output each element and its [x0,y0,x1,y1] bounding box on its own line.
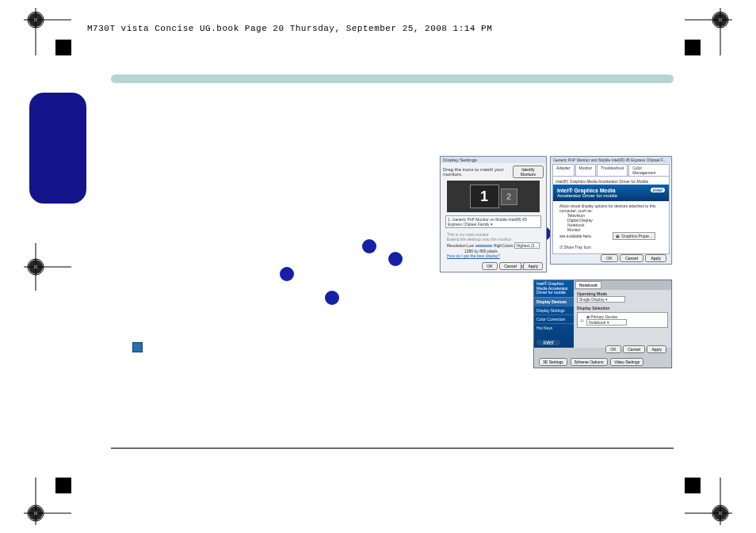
tab-monitor[interactable]: Monitor [575,164,597,176]
display-settings-window: Display Settings Drag the icons to match… [440,156,547,272]
tray-checkbox[interactable]: ☑ [559,245,563,249]
device-dropdown[interactable]: Notebook ▾ [586,319,627,326]
svg-rect-17 [55,478,71,493]
footer-rule [111,447,674,449]
tray-icon [132,342,143,352]
monitor-select-dropdown[interactable]: 1. Generic PnP Monitor on Mobile Intel(R… [445,215,541,228]
video-settings-button[interactable]: Video Settings [610,358,643,366]
apply-button[interactable]: Apply [523,262,543,270]
intel-sidebar: Intel® Graphics Media Accelerator Driver… [534,280,574,348]
svg-rect-5 [55,40,71,55]
tab-notebook[interactable]: Notebook [575,281,601,289]
cancel-button[interactable]: Cancel [620,254,643,262]
body-lead: Allow visual display options for devices… [559,204,662,213]
sidebar-item-display-devices[interactable]: Display Devices [534,297,574,306]
window-title: Generic PnP Monitor and Mobile Intel(R) … [551,157,671,163]
callout-dot [280,267,294,281]
notebook-icon: ▭ [580,318,584,322]
available-text: are available here. [559,234,592,238]
crop-mark-bl [24,478,71,525]
sidebar-item-color-correction[interactable]: Color Correction [534,314,574,323]
monitor-1-icon[interactable]: 1 [470,185,499,208]
scheme-options-button[interactable]: Scheme Options [571,358,608,366]
monitor-properties-window: Generic PnP Monitor and Mobile Intel(R) … [550,156,672,265]
tab-row: Adapter Monitor Troubleshoot Color Manag… [551,163,671,176]
resolution-label: Resolution: [447,243,467,248]
display-selection-label: Display Selection [577,306,609,310]
monitor-2-icon[interactable]: 2 [501,188,517,205]
intel-gma-panel: Intel® Graphics Media Accelerator Driver… [533,280,672,368]
intel-logo-icon: intel [536,340,560,345]
sidebar-item-display-settings[interactable]: Display Settings [534,306,574,314]
intel-logo-icon: intel [651,188,665,192]
sidebar-item-hot-keys[interactable]: Hot Keys [534,323,574,332]
crop-mark-ml [24,243,71,291]
monitor-icon: ▣ [616,234,620,238]
ok-button[interactable]: OK [601,254,617,262]
section-divider [111,74,674,83]
colors-label: Colors: [502,243,514,248]
band-line1: Intel® Graphics Media [557,188,616,193]
page-header-text: M730T vista Concise UG.book Page 20 Thur… [87,24,492,33]
apply-button[interactable]: Apply [645,254,666,262]
operating-mode-dropdown[interactable]: Single Display ▾ [577,296,625,303]
svg-rect-11 [685,40,701,55]
help-link[interactable]: How do I get the best display? [441,253,546,260]
window-title: Display Settings [441,157,546,163]
ok-button[interactable]: OK [605,345,620,353]
callout-dot [362,239,376,253]
brand-text: Intel® Graphics Media Accelerator Driver… [534,280,574,297]
apply-button[interactable]: Apply [647,345,666,353]
graphics-properties-button[interactable]: ▣ Graphics Prope... [613,232,655,240]
tab-intel[interactable]: Intel(R) Graphics Media Accelerator Driv… [555,178,667,185]
crop-mark-br [685,478,732,525]
resolution-slider[interactable] [475,245,492,247]
monitor-area[interactable]: 1 2 [447,181,540,212]
callout-dot [388,252,403,266]
cancel-button[interactable]: Cancel [499,262,521,270]
callout-dot [325,291,339,305]
tab-colormgmt[interactable]: Color Management [628,164,670,176]
tab-adapter[interactable]: Adapter [552,164,575,176]
section-tab [29,93,86,204]
identify-monitors-button[interactable]: Identify Monitors [513,166,544,178]
ok-button[interactable]: OK [482,262,497,270]
tray-label: Show Tray Icon [563,245,590,249]
band-line2: Accelerator Driver for mobile [557,193,617,198]
extend-desktop-checkbox-label: Extend the desktop onto this monitor [447,237,540,242]
3d-settings-button[interactable]: 3D Settings [539,358,567,366]
crop-mark-tr [685,8,732,55]
tab-troubleshoot[interactable]: Troubleshoot [597,164,628,176]
colors-dropdown[interactable]: Highest (3... [514,242,540,249]
instruction-text: Drag the icons to match your monitors. [443,167,513,177]
cancel-button[interactable]: Cancel [623,345,645,353]
svg-rect-23 [685,478,701,493]
crop-mark-tl [24,8,71,55]
